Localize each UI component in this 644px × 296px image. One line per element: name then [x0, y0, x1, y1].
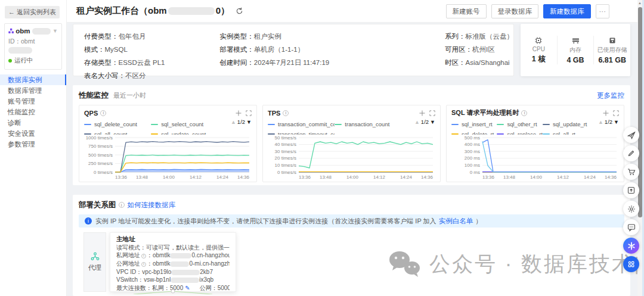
edit-button[interactable]	[623, 145, 639, 161]
legend-page-down[interactable]: ▼	[614, 119, 619, 125]
svg-text:13:48: 13:48	[503, 175, 516, 180]
legend-swatch	[84, 133, 91, 135]
sidebar-item-db-instance[interactable]: 数据库实例	[0, 74, 66, 85]
stat-memory: 内存 4 GB	[557, 36, 594, 64]
instance-selector[interactable]: obm ▼ ID：obmt 运行中	[4, 23, 62, 70]
legend-swatch	[497, 133, 504, 135]
sidebar-item-performance-monitor[interactable]: 性能监控	[0, 107, 66, 117]
ticket-button[interactable]	[623, 182, 639, 198]
legend-page-up[interactable]: ▲	[231, 119, 236, 125]
chart-legend: sql_delete_countsql_select_countsql_all_…	[84, 119, 252, 135]
instance-info: 付费类型：包年包月模式：MySQL存储类型：ESSD云盘 PL1表名大小写：不区…	[73, 24, 514, 76]
login-database-button[interactable]: 登录数据库	[491, 4, 539, 18]
how-to-connect-link[interactable]: 如何连接数据库	[128, 201, 176, 210]
legend-item[interactable]: sql_update_count	[151, 130, 218, 135]
instance-status: 运行中	[8, 57, 58, 65]
proxy-node[interactable]: 代理	[83, 232, 106, 292]
status-dot	[8, 59, 12, 63]
refresh-icon	[236, 7, 243, 15]
legend-item[interactable]: sql_delete_rt	[451, 130, 497, 135]
legend-pager: ▲1/2▼	[231, 119, 252, 125]
instance-id: ID：obmt	[8, 38, 58, 54]
legend-item[interactable]: transaction_timeout_count	[268, 130, 335, 135]
legend-item[interactable]: transaction_count	[335, 120, 401, 128]
svg-text:750 times/s: 750 times/s	[88, 144, 113, 149]
legend-swatch	[451, 124, 459, 126]
proxy-label: 代理	[88, 263, 101, 272]
svg-text:13:36: 13:36	[482, 175, 495, 180]
rocket-icon	[627, 131, 636, 139]
apps-grid-icon	[627, 260, 635, 268]
back-to-instance-list-button[interactable]: ← 返回实例列表	[5, 6, 60, 18]
help-icon[interactable]: i	[119, 202, 125, 208]
pin-icon[interactable]	[419, 110, 425, 116]
chart-qps: QPSisql_delete_countsql_select_countsql_…	[79, 105, 257, 182]
legend-page-down[interactable]: ▼	[246, 119, 252, 125]
pin-icon[interactable]	[603, 110, 609, 116]
more-monitoring-link[interactable]: 更多监控	[597, 91, 624, 100]
sidebar-item-parameter-management[interactable]: 参数管理	[0, 139, 66, 149]
settings-button[interactable]	[623, 201, 639, 217]
sidebar-item-db-management[interactable]: 数据库管理	[0, 85, 66, 96]
help-icon[interactable]: i	[521, 110, 527, 116]
svg-text:500 ms: 500 ms	[465, 135, 480, 141]
topology-connector	[110, 289, 236, 294]
ai-assistant-button[interactable]	[623, 238, 639, 254]
chart-plot[interactable]: 0 ms100 ms200 ms300 ms400 ms500 ms13:361…	[451, 135, 619, 182]
legend-page-up[interactable]: ▲	[414, 119, 420, 125]
legend-item[interactable]: sql_all_rt	[543, 130, 588, 135]
ticket-icon	[627, 186, 635, 194]
help-icon[interactable]: i	[141, 254, 146, 258]
more-actions-button[interactable]: ···	[596, 4, 610, 18]
svg-text:14:00: 14:00	[163, 175, 175, 180]
legend-item[interactable]: sql_update_rt	[543, 120, 588, 128]
legend-page-up[interactable]: ▲	[598, 119, 603, 125]
legend-item[interactable]: sql_all_count	[84, 130, 151, 135]
stat-storage: 已使用存储 6.81 GB	[593, 36, 630, 64]
new-account-button[interactable]: 新建账号	[446, 4, 487, 18]
info-field: 可用区：杭州I区	[445, 43, 513, 56]
svg-text:13:48: 13:48	[320, 175, 332, 180]
legend-item[interactable]: sql_replace_rt	[497, 130, 542, 135]
refresh-button[interactable]	[236, 7, 243, 15]
new-database-button[interactable]: 新建数据库	[543, 4, 591, 18]
info-field: 存储类型：ESSD云盘 PL1	[84, 56, 219, 69]
help-icon[interactable]: i	[100, 110, 106, 116]
svg-text:14:36: 14:36	[421, 175, 434, 180]
sidebar-item-diagnosis[interactable]: 诊断	[0, 117, 66, 128]
sidebar-item-account-management[interactable]: 账号管理	[0, 96, 66, 107]
help-icon[interactable]: i	[283, 110, 289, 116]
legend-page-indicator: 1/2	[421, 119, 429, 125]
expand-icon[interactable]	[429, 110, 435, 116]
pin-icon[interactable]	[236, 110, 242, 116]
info-field: 付费类型：包年包月	[84, 30, 219, 43]
page-title: 租户实例工作台（obm 0）	[76, 5, 230, 17]
legend-item[interactable]: sql_select_count	[151, 120, 218, 128]
sidebar-item-security-settings[interactable]: 安全设置	[0, 128, 66, 139]
chart-plot[interactable]: 0 times/s250 times/s500 times/s750 times…	[84, 135, 252, 182]
cart-button[interactable]	[623, 164, 639, 180]
chart-title: QPS	[84, 110, 98, 117]
redacted-instance-name	[32, 28, 51, 35]
apps-button[interactable]	[623, 256, 639, 272]
svg-text:14:24: 14:24	[400, 175, 413, 180]
main-address-title: 主地址	[116, 235, 230, 244]
rocket-button[interactable]	[623, 127, 639, 143]
legend-item[interactable]: sql_insert_rt	[451, 120, 497, 128]
legend-page-indicator: 1/2	[605, 119, 612, 125]
sidebar: ← 返回实例列表 obm ▼ ID：obmt 运行中 数据库实例数据库管理账号管…	[0, 0, 67, 296]
legend-item[interactable]: sql_delete_count	[84, 120, 151, 128]
help-icon[interactable]: i	[141, 262, 146, 267]
legend-item[interactable]: sql_other_rt	[497, 120, 542, 128]
expand-icon[interactable]	[246, 110, 252, 116]
scroll-up-arrow[interactable]: ▲	[638, 1, 642, 5]
chart-plot[interactable]: 0 times/s10 times/s20 times/s30 times/s4…	[268, 135, 435, 182]
legend-page-down[interactable]: ▼	[430, 119, 435, 125]
public-address-line: 公网地址i：obmtlk0-mi.cn-hangzhou.o...✎	[116, 260, 230, 268]
whitelist-link[interactable]: 实例白名单	[439, 214, 473, 228]
info-field: 时区：Asia/Shanghai	[445, 56, 513, 69]
expand-icon[interactable]	[613, 110, 619, 116]
legend-item[interactable]: transaction_commit_count	[268, 120, 335, 128]
feedback-button[interactable]	[623, 219, 639, 235]
chart-legend: sql_insert_rtsql_other_rtsql_update_rtsq…	[451, 119, 619, 135]
